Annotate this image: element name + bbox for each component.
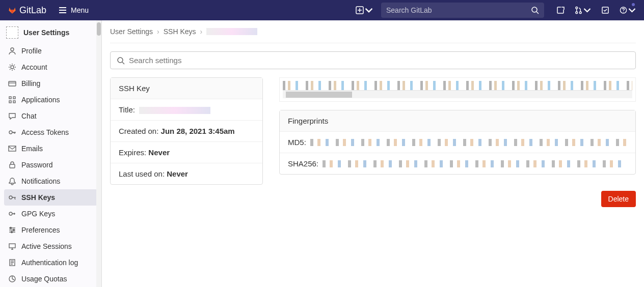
sidebar-item-label: Access Tokens bbox=[21, 128, 69, 136]
breadcrumb-key-title[interactable] bbox=[206, 28, 257, 35]
merge-requests-dropdown[interactable] bbox=[575, 2, 591, 18]
svg-point-10 bbox=[11, 48, 14, 51]
sidebar-item-label: Password bbox=[21, 161, 52, 169]
todos-shortcut[interactable] bbox=[597, 2, 613, 18]
sidebar-item-profile[interactable]: Profile bbox=[4, 43, 97, 59]
plus-icon bbox=[356, 6, 364, 14]
chevron-right-icon: › bbox=[157, 27, 159, 36]
svg-point-28 bbox=[118, 58, 123, 63]
chevron-down-icon bbox=[365, 6, 373, 14]
sidebar-item-billing[interactable]: Billing bbox=[4, 75, 97, 92]
menu-toggle[interactable]: Menu bbox=[59, 6, 89, 14]
gitlab-logo[interactable]: GitLab bbox=[8, 5, 46, 16]
ssh-key-lastused-row: Last used on: Never bbox=[111, 163, 262, 184]
auth-log-icon bbox=[8, 259, 16, 267]
fingerprints-card: Fingerprints MD5: SHA256: bbox=[279, 110, 636, 175]
applications-icon bbox=[8, 96, 16, 104]
sidebar-item-label: Authentication log bbox=[21, 259, 78, 267]
chat-icon bbox=[8, 112, 16, 120]
sidebar-item-access-tokens[interactable]: Access Tokens bbox=[4, 124, 97, 140]
ssh-key-title-value bbox=[139, 107, 210, 114]
sidebar-item-ssh-keys[interactable]: SSH Keys bbox=[4, 189, 97, 206]
create-new-dropdown[interactable] bbox=[356, 6, 373, 14]
menu-label: Menu bbox=[71, 6, 89, 14]
sidebar-item-label: Usage Quotas bbox=[21, 275, 67, 283]
search-settings[interactable] bbox=[110, 51, 636, 69]
svg-point-22 bbox=[10, 227, 12, 229]
sidebar-item-label: Preferences bbox=[21, 226, 60, 234]
fingerprint-sha256-value bbox=[323, 160, 627, 167]
password-icon bbox=[8, 161, 16, 169]
svg-point-5 bbox=[576, 12, 578, 14]
horizontal-scrollbar[interactable] bbox=[283, 90, 632, 98]
sidebar-item-active-sessions[interactable]: Active Sessions bbox=[4, 238, 97, 254]
usage-quotas-icon bbox=[8, 275, 16, 283]
svg-rect-16 bbox=[13, 101, 15, 103]
sidebar-item-notifications[interactable]: Notifications bbox=[4, 173, 97, 189]
svg-point-11 bbox=[11, 66, 14, 69]
breadcrumb-ssh-keys[interactable]: SSH Keys bbox=[164, 27, 196, 36]
svg-point-23 bbox=[13, 229, 15, 231]
billing-icon bbox=[8, 79, 16, 88]
ssh-public-key-text bbox=[283, 81, 632, 90]
avatar bbox=[6, 26, 18, 39]
issues-icon bbox=[556, 6, 565, 14]
svg-rect-13 bbox=[9, 97, 11, 99]
sidebar-item-preferences[interactable]: Preferences bbox=[4, 222, 97, 238]
help-dropdown[interactable] bbox=[620, 2, 636, 18]
gpg-keys-icon bbox=[8, 210, 16, 218]
sidebar-item-password[interactable]: Password bbox=[4, 157, 97, 173]
sidebar-item-account[interactable]: Account bbox=[4, 59, 97, 75]
fingerprints-header: Fingerprints bbox=[280, 110, 635, 132]
breadcrumb: User Settings › SSH Keys › bbox=[110, 20, 636, 43]
breadcrumb-user-settings[interactable]: User Settings bbox=[110, 27, 153, 36]
svg-point-17 bbox=[9, 131, 12, 134]
sidebar-title: User Settings bbox=[23, 28, 69, 37]
search-icon bbox=[531, 6, 539, 14]
svg-point-21 bbox=[9, 212, 12, 215]
svg-rect-15 bbox=[9, 101, 11, 103]
merge-request-icon bbox=[575, 6, 582, 14]
ssh-key-title-row: Title: bbox=[111, 99, 262, 121]
ssh-key-card: SSH Key Title: Created on: Jun 28, 2021 … bbox=[110, 77, 263, 185]
global-search-input[interactable] bbox=[386, 6, 531, 14]
ssh-key-expires-row: Expires: Never bbox=[111, 142, 262, 163]
svg-rect-14 bbox=[13, 97, 15, 99]
svg-rect-19 bbox=[10, 164, 15, 168]
sidebar-scrollbar[interactable] bbox=[96, 20, 101, 287]
sidebar-item-label: Emails bbox=[21, 145, 43, 153]
svg-rect-18 bbox=[9, 146, 16, 151]
access-tokens-icon bbox=[8, 128, 16, 136]
active-sessions-icon bbox=[8, 242, 16, 250]
sidebar-header[interactable]: User Settings bbox=[0, 20, 101, 43]
sidebar-item-label: Active Sessions bbox=[21, 242, 72, 250]
svg-point-20 bbox=[9, 196, 12, 199]
svg-point-4 bbox=[576, 7, 578, 9]
sidebar-item-authentication-log[interactable]: Authentication log bbox=[4, 254, 97, 271]
sidebar-item-label: Chat bbox=[21, 112, 37, 120]
sidebar-item-usage-quotas[interactable]: Usage Quotas bbox=[4, 271, 97, 287]
sidebar-item-label: Account bbox=[21, 63, 47, 71]
sidebar-item-gpg-keys[interactable]: GPG Keys bbox=[4, 206, 97, 222]
chevron-down-icon bbox=[583, 6, 591, 14]
issues-shortcut[interactable] bbox=[552, 2, 569, 18]
svg-point-6 bbox=[579, 12, 581, 14]
svg-point-9 bbox=[623, 12, 624, 13]
fingerprint-md5-value bbox=[310, 139, 627, 146]
ssh-public-key-box[interactable] bbox=[279, 77, 636, 102]
svg-point-24 bbox=[11, 232, 13, 233]
sidebar-item-applications[interactable]: Applications bbox=[4, 92, 97, 108]
sidebar-item-chat[interactable]: Chat bbox=[4, 108, 97, 124]
search-settings-input[interactable] bbox=[129, 56, 629, 65]
ssh-keys-icon bbox=[8, 193, 16, 202]
chevron-down-icon bbox=[628, 6, 636, 14]
sidebar-item-label: Applications bbox=[21, 96, 60, 104]
global-search[interactable] bbox=[381, 3, 544, 18]
sidebar-item-label: Billing bbox=[21, 79, 40, 88]
sidebar-item-label: Profile bbox=[21, 47, 42, 55]
help-icon bbox=[620, 6, 627, 14]
delete-button[interactable]: Delete bbox=[601, 191, 636, 207]
sidebar-item-emails[interactable]: Emails bbox=[4, 140, 97, 157]
search-icon bbox=[117, 56, 125, 65]
notifications-icon bbox=[8, 177, 16, 185]
